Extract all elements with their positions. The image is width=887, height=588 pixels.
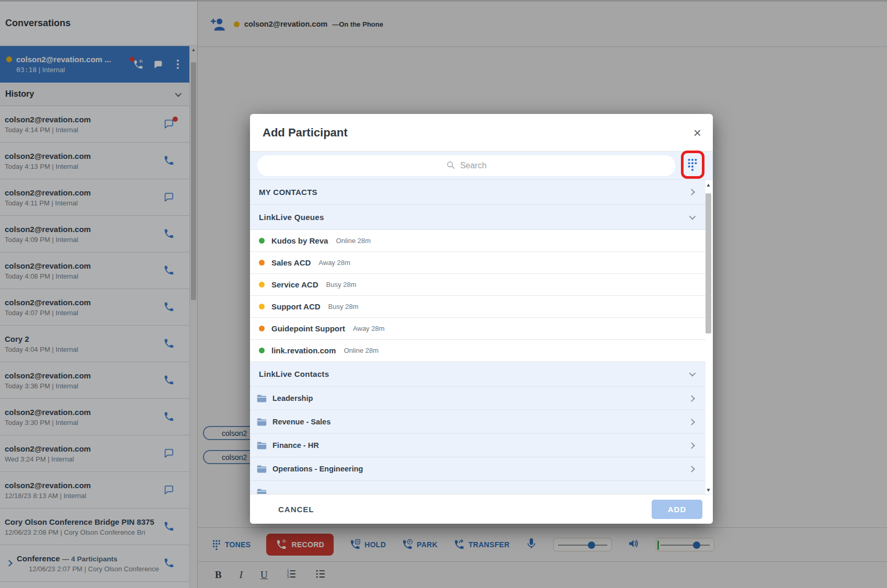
scroll-down-icon[interactable]: ▼ [705, 487, 712, 493]
dialog-footer: CANCEL ADD [250, 494, 713, 524]
scrollbar-thumb[interactable] [706, 193, 711, 333]
section-my-contacts[interactable]: MY CONTACTS [250, 180, 706, 205]
folder-label: Leadership [272, 394, 313, 402]
folder-row[interactable]: Finance - HR [250, 434, 706, 457]
presence-dot [259, 238, 265, 244]
queue-name: Guidepoint Support [271, 324, 345, 333]
folder-icon [256, 417, 267, 428]
search-input[interactable]: Search [257, 155, 675, 176]
chevron-right-icon [688, 189, 695, 195]
folder-row[interactable]: Leadership [250, 387, 706, 410]
folder-icon [256, 440, 267, 451]
queue-name: Sales ACD [271, 258, 311, 267]
queue-status: Away 28m [353, 325, 384, 332]
queue-row[interactable]: Support ACD Busy 28m [250, 296, 706, 318]
queue-row[interactable]: Guidepoint Support Away 28m [250, 318, 706, 340]
folder-row[interactable]: Operations - Engineering [250, 457, 706, 481]
folder-row[interactable]: Revenue - Sales [250, 410, 706, 434]
close-icon[interactable]: × [693, 126, 701, 140]
queue-status: Away 28m [319, 259, 350, 267]
section-linklive-contacts[interactable]: LinkLive Contacts [250, 362, 706, 387]
contacts-list: MY CONTACTS LinkLive Queues Kudos by Rev… [250, 180, 713, 494]
presence-dot [259, 348, 265, 353]
folder-icon [256, 487, 267, 494]
queue-row[interactable]: Kudos by Reva Online 28m [250, 230, 706, 252]
queue-status: Online 28m [336, 237, 370, 245]
folder-icon [256, 464, 267, 475]
queue-row[interactable]: link.revation.com Online 28m [250, 340, 706, 362]
search-row: Search [250, 152, 713, 180]
add-button[interactable]: ADD [652, 500, 702, 519]
scroll-up-icon[interactable]: ▲ [705, 182, 712, 188]
chevron-right-icon [688, 395, 695, 402]
folder-label: Revenue - Sales [272, 418, 331, 426]
presence-dot [259, 282, 265, 287]
queue-name: Service ACD [271, 280, 319, 289]
dialpad-toggle-button[interactable] [686, 158, 699, 174]
dialog-header: Add Participant × [250, 114, 713, 152]
cancel-button[interactable]: CANCEL [278, 505, 314, 514]
dialpad-icon [687, 158, 698, 171]
add-participant-dialog: Add Participant × Search MY CONTACTS Lin… [250, 114, 713, 524]
section-linklive-queues[interactable]: LinkLive Queues [250, 205, 706, 230]
queue-row[interactable]: Service ACD Busy 28m [250, 274, 706, 296]
queue-status: Busy 28m [326, 281, 357, 289]
presence-dot [259, 304, 265, 309]
queue-status: Busy 28m [328, 303, 359, 310]
chevron-right-icon [688, 466, 695, 472]
presence-dot [259, 260, 265, 266]
folder-label: Finance - HR [272, 441, 319, 449]
dialog-title: Add Participant [263, 126, 348, 140]
search-placeholder: Search [460, 161, 487, 170]
presence-dot [259, 326, 265, 331]
list-scrollbar[interactable]: ▲ ▼ [705, 182, 712, 493]
chevron-right-icon [688, 442, 695, 449]
folder-icon [256, 393, 267, 404]
chevron-down-icon [689, 370, 696, 377]
queue-name: Support ACD [271, 302, 321, 311]
folder-row-partial[interactable] [250, 481, 706, 494]
folder-label: Operations - Engineering [272, 465, 363, 473]
chevron-right-icon [688, 419, 695, 425]
chevron-down-icon [689, 213, 696, 220]
queue-row[interactable]: Sales ACD Away 28m [250, 252, 706, 274]
queue-name: link.revation.com [271, 346, 336, 355]
queue-status: Online 28m [344, 347, 378, 354]
search-icon [446, 160, 456, 170]
queue-name: Kudos by Reva [271, 236, 328, 245]
